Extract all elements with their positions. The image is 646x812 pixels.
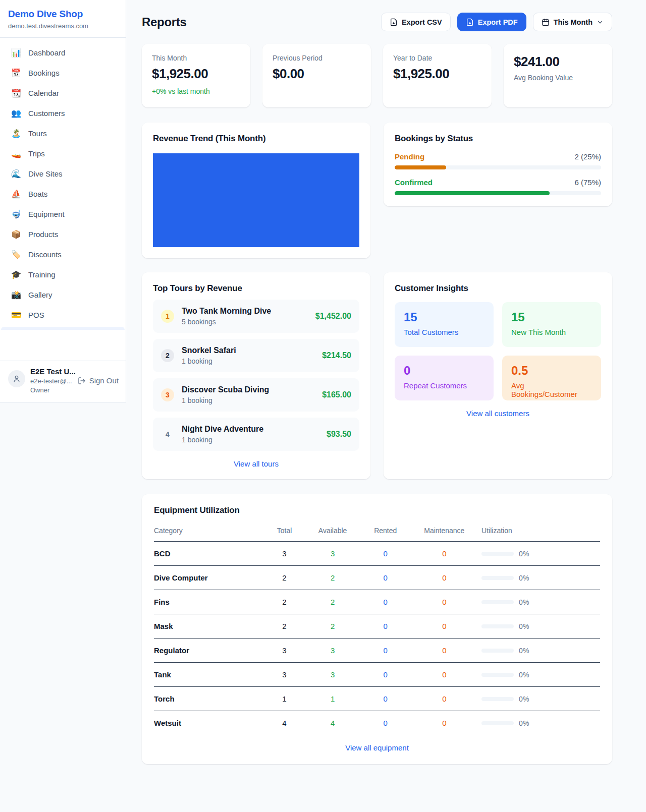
utilization-bar-track — [481, 624, 514, 628]
equipment-category: Mask — [154, 614, 264, 639]
equipment-category: BCD — [154, 542, 264, 566]
status-head: Pending2 (25%) — [395, 152, 601, 161]
sidebar-item-label: Trips — [28, 149, 45, 158]
user-role: Owner — [30, 386, 73, 394]
stat-value: $1,925.00 — [393, 66, 481, 82]
equipment-utilization-title: Equipment Utilization — [154, 505, 600, 515]
top-tours-card: Top Tours by Revenue 1Two Tank Morning D… — [142, 272, 370, 479]
utilization-percent: 0% — [519, 671, 529, 679]
row-spacer — [594, 542, 600, 566]
sidebar-item-training[interactable]: 🎓Training — [5, 266, 121, 283]
utilization-percent: 0% — [519, 550, 529, 558]
row-spacer — [594, 566, 600, 590]
page-header: Reports Export CSV Export PDF This Month — [142, 13, 612, 31]
equipment-row: Torch11000% — [154, 687, 600, 711]
camera-icon: 📸 — [11, 291, 21, 299]
sidebar-item-products[interactable]: 📦Products — [5, 226, 121, 243]
equipment-utilization: 0% — [478, 663, 594, 687]
equipment-row: Regulator33000% — [154, 639, 600, 663]
utilization-bar-track — [481, 600, 514, 604]
sidebar-item-customers[interactable]: 👥Customers — [5, 105, 121, 122]
sidebar-item-equipment[interactable]: 🤿Equipment — [5, 206, 121, 222]
sidebar-item-calendar[interactable]: 📆Calendar — [5, 85, 121, 101]
sidebar: Demo Dive Shop demo.test.divestreams.com… — [0, 0, 126, 402]
utilization-cell: 0% — [481, 647, 591, 655]
sidebar-active-item-partial[interactable] — [1, 327, 125, 330]
customer-insights-title: Customer Insights — [395, 283, 601, 294]
sidebar-item-dashboard[interactable]: 📊Dashboard — [5, 44, 121, 61]
equipment-available: 2 — [304, 614, 361, 639]
sidebar-item-pos[interactable]: 💳POS — [5, 307, 121, 323]
main-content: Reports Export CSV Export PDF This Month… — [126, 0, 646, 784]
sidebar-item-gallery[interactable]: 📸Gallery — [5, 286, 121, 303]
sidebar-item-label: Dashboard — [28, 48, 65, 57]
equipment-available: 2 — [304, 566, 361, 590]
tour-info: Discover Scuba Diving1 booking — [182, 385, 269, 404]
package-icon: 📦 — [11, 230, 21, 239]
row-spacer — [594, 590, 600, 614]
equipment-table: CategoryTotalAvailableRentedMaintenanceU… — [154, 521, 600, 735]
calendar-icon — [542, 18, 550, 26]
sidebar-item-label: Equipment — [28, 210, 65, 218]
view-all-equipment-link[interactable]: View all equipment — [154, 743, 600, 752]
tour-bookings: 1 booking — [182, 357, 236, 365]
utilization-cell: 0% — [481, 550, 591, 558]
customer-insights-card: Customer Insights 15Total Customers15New… — [384, 272, 612, 479]
revenue-trend-card: Revenue Trend (This Month) — [142, 123, 370, 258]
sailboat-icon: ⛵ — [11, 190, 21, 198]
sidebar-item-label: Customers — [28, 109, 65, 118]
equipment-maintenance: 0 — [410, 566, 479, 590]
column-header-category: Category — [154, 521, 264, 542]
utilization-cell: 0% — [481, 574, 591, 582]
status-row-pending: Pending2 (25%) — [395, 152, 601, 169]
equipment-rented: 0 — [361, 542, 410, 566]
export-csv-button[interactable]: Export CSV — [381, 13, 451, 31]
equipment-utilization: 0% — [478, 542, 594, 566]
stat-delta: +0% vs last month — [152, 87, 240, 95]
tour-bookings: 1 booking — [182, 436, 263, 444]
period-dropdown[interactable]: This Month — [533, 13, 612, 31]
tour-revenue: $165.00 — [322, 390, 351, 399]
tour-row: 2Snorkel Safari1 booking$214.50 — [153, 339, 359, 372]
tour-row: 4Night Dive Adventure1 booking$93.50 — [153, 418, 359, 451]
stat-card-avg-booking-value: $241.00Avg Booking Value — [504, 44, 612, 107]
insight-label: Total Customers — [404, 328, 484, 336]
wave-icon: 🌊 — [11, 170, 21, 178]
tour-bookings: 5 bookings — [182, 318, 271, 326]
sidebar-item-tours[interactable]: 🏝️Tours — [5, 125, 121, 142]
column-header-rented: Rented — [361, 521, 410, 542]
export-pdf-button[interactable]: Export PDF — [457, 13, 526, 31]
equipment-rented: 0 — [361, 566, 410, 590]
sidebar-item-label: Bookings — [28, 69, 60, 77]
equipment-total: 2 — [264, 566, 305, 590]
shop-domain: demo.test.divestreams.com — [8, 22, 118, 30]
utilization-percent: 0% — [519, 695, 529, 703]
status-label: Pending — [395, 152, 424, 161]
view-all-tours-link[interactable]: View all tours — [153, 459, 359, 468]
sidebar-item-label: Products — [28, 230, 58, 239]
sign-out-button[interactable]: Sign Out — [78, 376, 119, 385]
sidebar-nav: 📊Dashboard📅Bookings📆Calendar👥Customers🏝️… — [0, 38, 126, 323]
status-label: Confirmed — [395, 178, 433, 187]
speedboat-icon: 🚤 — [11, 150, 21, 158]
view-all-customers-link[interactable]: View all customers — [395, 409, 601, 418]
sidebar-item-trips[interactable]: 🚤Trips — [5, 145, 121, 162]
sidebar-item-boats[interactable]: ⛵Boats — [5, 186, 121, 202]
sidebar-item-label: Tours — [28, 129, 47, 138]
equipment-maintenance: 0 — [410, 542, 479, 566]
sidebar-item-dive-sites[interactable]: 🌊Dive Sites — [5, 165, 121, 182]
insight-label: Repeat Customers — [404, 381, 484, 390]
equipment-maintenance: 0 — [410, 639, 479, 663]
shop-logo-block: Demo Dive Shop demo.test.divestreams.com — [0, 0, 126, 38]
utilization-cell: 0% — [481, 719, 591, 727]
rank-badge: 3 — [161, 388, 174, 401]
page-title: Reports — [142, 15, 187, 29]
equipment-row: Mask22000% — [154, 614, 600, 639]
sidebar-item-bookings[interactable]: 📅Bookings — [5, 65, 121, 81]
equipment-category: Fins — [154, 590, 264, 614]
revenue-trend-chart — [153, 153, 359, 247]
equipment-available: 3 — [304, 639, 361, 663]
logout-icon — [78, 377, 86, 385]
equipment-total: 3 — [264, 663, 305, 687]
sidebar-item-discounts[interactable]: 🏷️Discounts — [5, 246, 121, 263]
